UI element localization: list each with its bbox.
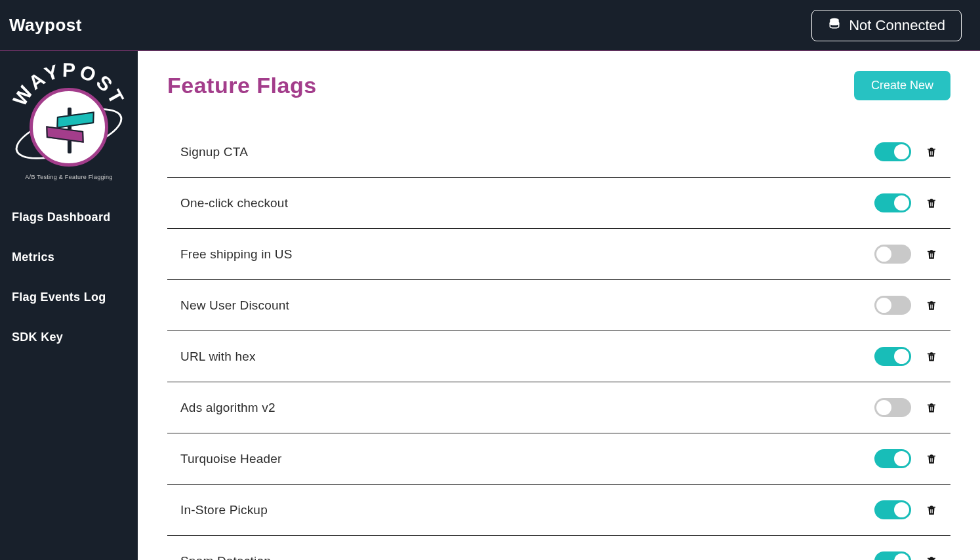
sidebar-item-flag-events-log[interactable]: Flag Events Log [0, 277, 138, 317]
trash-icon[interactable] [926, 401, 937, 414]
toggle-knob [894, 144, 909, 159]
flag-toggle[interactable] [874, 245, 911, 264]
page-header: Feature Flags Create New [167, 71, 950, 100]
database-icon [828, 17, 841, 34]
toggle-knob [876, 298, 891, 313]
svg-rect-27 [928, 455, 935, 456]
connection-status-label: Not Connected [849, 17, 945, 34]
svg-rect-11 [928, 250, 935, 252]
svg-rect-19 [928, 353, 935, 354]
svg-rect-23 [928, 404, 935, 405]
flag-row: In-Store Pickup [167, 485, 950, 536]
flag-controls [874, 551, 937, 560]
flag-toggle[interactable] [874, 142, 911, 161]
flag-controls [874, 193, 937, 212]
svg-rect-7 [928, 199, 935, 201]
flag-row: One-click checkout [167, 178, 950, 229]
flag-row: Spam Detection [167, 536, 950, 560]
toggle-knob [894, 349, 909, 364]
toggle-knob [894, 195, 909, 210]
flag-row: Free shipping in US [167, 229, 950, 280]
flag-toggle[interactable] [874, 449, 911, 468]
toggle-knob [876, 400, 891, 415]
flag-toggle[interactable] [874, 347, 911, 366]
flag-row: Signup CTA [167, 127, 950, 178]
sidebar-item-flags-dashboard[interactable]: Flags Dashboard [0, 197, 138, 237]
sidebar-item-sdk-key[interactable]: SDK Key [0, 317, 138, 357]
app-header: Waypost Not Connected [0, 0, 980, 51]
flag-toggle[interactable] [874, 296, 911, 315]
sidebar-nav: Flags Dashboard Metrics Flag Events Log … [0, 197, 138, 357]
flag-controls [874, 245, 937, 264]
toggle-knob [876, 247, 891, 262]
svg-rect-15 [928, 302, 935, 303]
flag-controls [874, 398, 937, 417]
trash-icon[interactable] [926, 299, 937, 312]
flag-name[interactable]: Signup CTA [180, 145, 248, 159]
flag-toggle[interactable] [874, 398, 911, 417]
flag-name[interactable]: One-click checkout [180, 196, 288, 210]
logo-circle [30, 88, 108, 167]
svg-rect-3 [928, 148, 935, 150]
app-body: WAYPOST A/B Testing & Feature Flagging F… [0, 51, 980, 560]
trash-icon[interactable] [926, 146, 937, 159]
flag-toggle[interactable] [874, 500, 911, 519]
flag-toggle[interactable] [874, 193, 911, 212]
flag-controls [874, 347, 937, 366]
flag-name[interactable]: Turquoise Header [180, 452, 282, 466]
brand-title: Waypost [9, 15, 82, 35]
sidebar-item-metrics[interactable]: Metrics [0, 237, 138, 277]
page-title: Feature Flags [167, 73, 317, 98]
flag-name[interactable]: Ads algorithm v2 [180, 401, 276, 415]
trash-icon[interactable] [926, 197, 937, 210]
flag-name[interactable]: In-Store Pickup [180, 503, 268, 517]
flag-name[interactable]: Spam Detection [180, 554, 271, 561]
svg-rect-35 [928, 557, 935, 559]
flag-list: Signup CTAOne-click checkoutFree shippin… [167, 127, 950, 560]
flag-toggle[interactable] [874, 551, 911, 560]
flag-name[interactable]: Free shipping in US [180, 247, 293, 262]
main-content: Feature Flags Create New Signup CTAOne-c… [138, 51, 980, 560]
trash-icon[interactable] [926, 555, 937, 561]
toggle-knob [894, 451, 909, 466]
trash-icon[interactable] [926, 248, 937, 261]
trash-icon[interactable] [926, 452, 937, 466]
flag-controls [874, 500, 937, 519]
flag-row: URL with hex [167, 331, 950, 382]
trash-icon[interactable] [926, 504, 937, 517]
flag-name[interactable]: URL with hex [180, 350, 256, 364]
create-new-button[interactable]: Create New [854, 71, 950, 100]
flag-controls [874, 296, 937, 315]
toggle-knob [894, 502, 909, 517]
connection-status-button[interactable]: Not Connected [811, 10, 962, 41]
svg-rect-31 [928, 506, 935, 508]
logo: WAYPOST A/B Testing & Feature Flagging [7, 56, 131, 184]
logo-tagline: A/B Testing & Feature Flagging [25, 174, 112, 180]
trash-icon[interactable] [926, 350, 937, 363]
flag-row: New User Discount [167, 280, 950, 331]
flag-row: Ads algorithm v2 [167, 382, 950, 433]
flag-controls [874, 142, 937, 161]
sidebar: WAYPOST A/B Testing & Feature Flagging F… [0, 51, 138, 560]
flag-row: Turquoise Header [167, 433, 950, 485]
toggle-knob [894, 553, 909, 560]
flag-name[interactable]: New User Discount [180, 298, 289, 313]
flag-controls [874, 449, 937, 468]
